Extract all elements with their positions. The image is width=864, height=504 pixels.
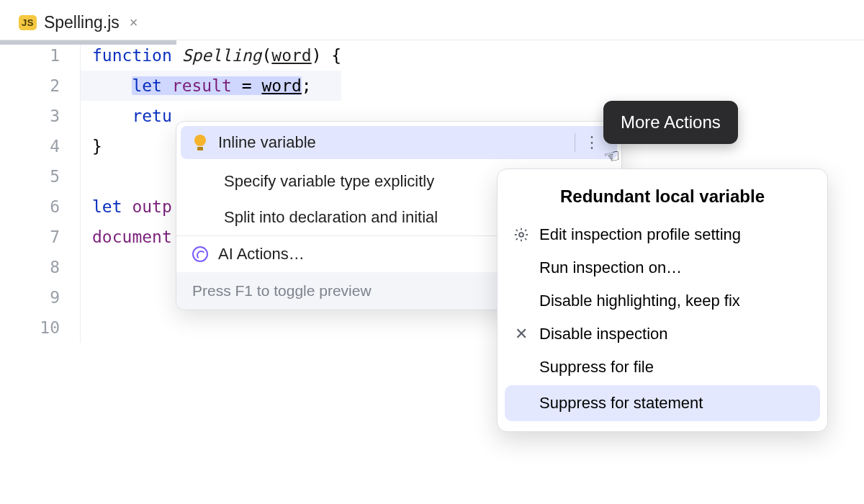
tab-filename: Spelling.js [44, 13, 120, 32]
line-number: 4 [0, 131, 60, 161]
keyword: let [92, 197, 122, 216]
submenu-item-suppress-file[interactable]: Suppress for file [498, 351, 827, 384]
line-number: 6 [0, 192, 60, 222]
inspection-submenu: Redundant local variable Edit inspection… [497, 168, 828, 432]
intention-item-label: Split into declaration and initial [224, 208, 438, 227]
svg-point-0 [519, 233, 523, 237]
code-text: ; [302, 76, 312, 95]
line-number: 5 [0, 161, 60, 192]
line-number: 7 [0, 222, 60, 252]
code-line[interactable]: function Spelling(word) { [92, 40, 341, 71]
line-number: 8 [0, 252, 60, 282]
ai-swirl-icon [192, 246, 208, 262]
submenu-title: Redundant local variable [498, 178, 827, 218]
code-text: = [232, 76, 262, 95]
submenu-item-label: Suppress for file [539, 358, 654, 377]
submenu-item-label: Disable highlighting, keep fix [539, 292, 740, 310]
more-actions-icon[interactable]: ⋮ [575, 133, 606, 152]
submenu-item-edit-profile[interactable]: Edit inspection profile setting [498, 218, 827, 251]
editor-tab[interactable]: JS Spelling.js × [6, 7, 153, 38]
submenu-item-suppress-statement[interactable]: Suppress for statement [505, 385, 820, 421]
submenu-item-disable-highlighting[interactable]: Disable highlighting, keep fix [498, 284, 827, 318]
line-number: 3 [0, 101, 60, 131]
code-line[interactable]: let result = word; [92, 71, 341, 101]
variable: result [172, 76, 232, 95]
close-icon[interactable]: × [127, 14, 141, 31]
code-text: ) { [312, 46, 342, 65]
submenu-item-label: Suppress for statement [539, 394, 703, 413]
function-name: Spelling [182, 46, 262, 65]
intention-item-label: Specify variable type explicitly [224, 172, 434, 191]
line-number: 1 [0, 40, 60, 71]
keyword: let [132, 76, 162, 95]
line-number: 9 [0, 282, 60, 312]
keyword: function [92, 46, 172, 65]
submenu-item-label: Disable inspection [539, 325, 668, 343]
variable: outp [122, 197, 172, 216]
lightbulb-icon [192, 135, 208, 150]
submenu-item-disable-inspection[interactable]: ✕ Disable inspection [498, 318, 827, 351]
keyword: retu [132, 107, 171, 125]
gear-icon [512, 227, 531, 243]
identifier: word [261, 76, 301, 95]
intention-item-inline-variable[interactable]: Inline variable ⋮ [181, 126, 617, 159]
identifier: document [92, 228, 172, 246]
line-gutter: 1 2 3 4 5 6 7 8 9 10 [0, 40, 81, 343]
parameter: word [271, 46, 311, 65]
submenu-item-run-inspection[interactable]: Run inspection on… [498, 251, 827, 284]
intention-item-label: AI Actions… [218, 245, 305, 264]
x-icon: ✕ [515, 325, 528, 343]
submenu-item-label: Edit inspection profile setting [539, 225, 741, 244]
code-text: } [92, 137, 102, 156]
intention-item-label: Inline variable [218, 133, 316, 152]
js-file-icon: JS [19, 15, 37, 30]
code-text: ( [261, 46, 271, 65]
line-number: 2 [0, 71, 60, 101]
submenu-item-label: Run inspection on… [539, 258, 682, 277]
more-actions-tooltip: More Actions [603, 101, 738, 144]
tab-bar: JS Spelling.js × [0, 0, 864, 40]
line-number: 10 [0, 312, 60, 343]
